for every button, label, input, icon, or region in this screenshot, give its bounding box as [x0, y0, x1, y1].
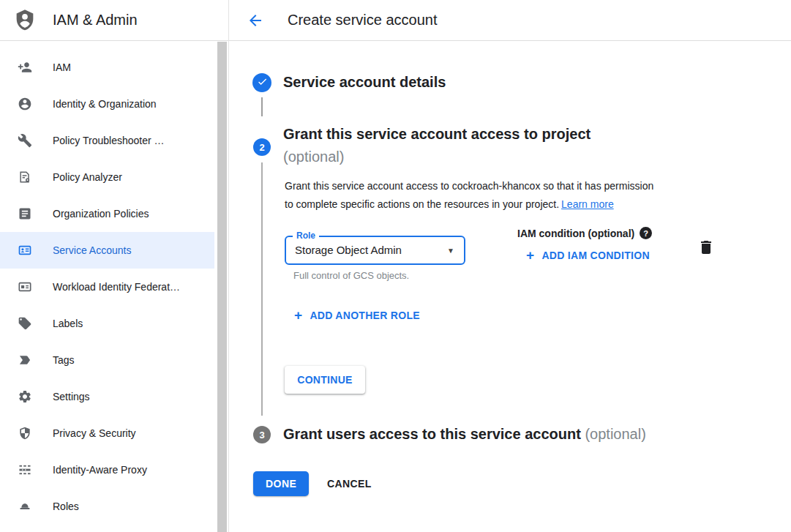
label-arrow-icon [18, 353, 32, 367]
sidebar-item-labels[interactable]: Labels [0, 305, 214, 342]
step2-indicator: 2 [253, 138, 271, 156]
role-selected-value: Storage Object Admin [295, 237, 402, 263]
sidebar-item-label: Organization Policies [53, 208, 149, 220]
step2-title: Grant this service account access to pro… [283, 123, 591, 146]
sidebar-item-policy-troubleshooter[interactable]: Policy Troubleshooter … [0, 122, 214, 159]
role-helper-text: Full control of GCS objects. [293, 270, 409, 281]
page-title: Create service account [288, 12, 438, 29]
sidebar-item-label: Policy Analyzer [53, 171, 122, 183]
step-connector [261, 162, 263, 416]
step3-indicator: 3 [253, 426, 271, 443]
cancel-button[interactable]: CANCEL [321, 471, 378, 496]
service-account-badge-icon [18, 243, 32, 258]
sidebar-item-label: Service Accounts [53, 244, 131, 256]
tag-icon [18, 316, 32, 331]
trash-icon [697, 239, 715, 256]
help-icon[interactable]: ? [640, 227, 652, 239]
create-service-account-form: Service account details 2 Grant this ser… [229, 41, 791, 532]
account-circle-icon [18, 97, 32, 111]
back-arrow-icon [247, 12, 264, 29]
add-iam-condition-button[interactable]: + ADD IAM CONDITION [526, 249, 650, 262]
hat-icon [18, 499, 32, 514]
sidebar-item-organization-policies[interactable]: Organization Policies [0, 195, 214, 232]
sidebar-item-label: Workload Identity Federat… [53, 281, 180, 293]
sidebar-nav: IAM Identity & Organization Policy Troub… [0, 41, 214, 525]
iam-condition-label: IAM condition (optional) [517, 228, 634, 239]
sidebar-item-label: Roles [53, 501, 79, 512]
iam-shield-icon [13, 8, 37, 33]
step2-number: 2 [259, 142, 264, 153]
plus-icon: + [526, 249, 534, 262]
sidebar-item-settings[interactable]: Settings [0, 378, 214, 415]
policy-document-icon [18, 170, 32, 184]
back-button[interactable] [247, 12, 264, 29]
document-list-icon [18, 206, 32, 221]
sidebar-item-label: Policy Troubleshooter … [53, 135, 165, 146]
proxy-frame-icon [18, 462, 32, 477]
card-icon [18, 280, 32, 294]
step3-number: 3 [259, 430, 264, 441]
sidebar-item-iam[interactable]: IAM [0, 49, 214, 86]
step1-title: Service account details [283, 74, 446, 91]
step2-optional-label: (optional) [283, 146, 591, 168]
person-add-icon [18, 60, 32, 75]
step2-heading: Grant this service account access to pro… [283, 123, 591, 168]
sidebar-item-identity-organization[interactable]: Identity & Organization [0, 86, 214, 122]
sidebar-item-tags[interactable]: Tags [0, 342, 214, 378]
sidebar-item-label: Labels [53, 318, 83, 329]
iam-condition-header: IAM condition (optional) ? [517, 227, 652, 239]
step3-title: Grant users access to this service accou… [283, 426, 581, 442]
gear-icon [18, 389, 32, 404]
sidebar-item-label: Identity-Aware Proxy [53, 464, 147, 476]
sidebar-item-service-accounts[interactable]: Service Accounts [0, 232, 214, 269]
sidebar-item-label: Settings [53, 391, 90, 402]
step3-heading: Grant users access to this service accou… [283, 426, 646, 443]
delete-role-button[interactable] [697, 239, 715, 256]
role-select[interactable]: Role Storage Object Admin ▼ [285, 236, 465, 265]
sidebar-scrollbar[interactable] [217, 42, 227, 532]
product-title: IAM & Admin [53, 12, 138, 29]
done-button[interactable]: DONE [253, 471, 309, 496]
step-connector [261, 97, 263, 116]
sidebar-item-identity-aware-proxy[interactable]: Identity-Aware Proxy [0, 452, 214, 488]
wrench-icon [18, 133, 32, 148]
plus-icon: + [294, 309, 302, 322]
sidebar-item-workload-identity-federation[interactable]: Workload Identity Federat… [0, 269, 214, 305]
sidebar-item-policy-analyzer[interactable]: Policy Analyzer [0, 159, 214, 195]
sidebar-item-roles[interactable]: Roles [0, 488, 214, 525]
sidebar-item-label: Privacy & Security [53, 427, 136, 439]
sidebar-item-label: Identity & Organization [53, 98, 157, 110]
iam-admin-console: IAM & Admin IAM Identity & Organization [0, 0, 791, 532]
step1-completed-indicator [252, 73, 271, 92]
learn-more-link[interactable]: Learn more [561, 198, 614, 210]
check-icon [257, 76, 268, 89]
sidebar-header: IAM & Admin [0, 0, 228, 41]
sidebar: IAM & Admin IAM Identity & Organization [0, 0, 229, 532]
sidebar-item-label: Tags [53, 354, 75, 366]
step2-description: Grant this service account access to coc… [285, 177, 653, 214]
add-another-role-button[interactable]: + ADD ANOTHER ROLE [294, 309, 420, 322]
sidebar-item-privacy-security[interactable]: Privacy & Security [0, 415, 214, 452]
shield-icon [18, 426, 32, 441]
main-panel: Create service account Service account d… [229, 0, 791, 532]
page-header: Create service account [229, 0, 791, 41]
sidebar-item-label: IAM [53, 61, 71, 73]
dropdown-caret-icon: ▼ [447, 247, 454, 255]
continue-button[interactable]: CONTINUE [285, 366, 365, 394]
